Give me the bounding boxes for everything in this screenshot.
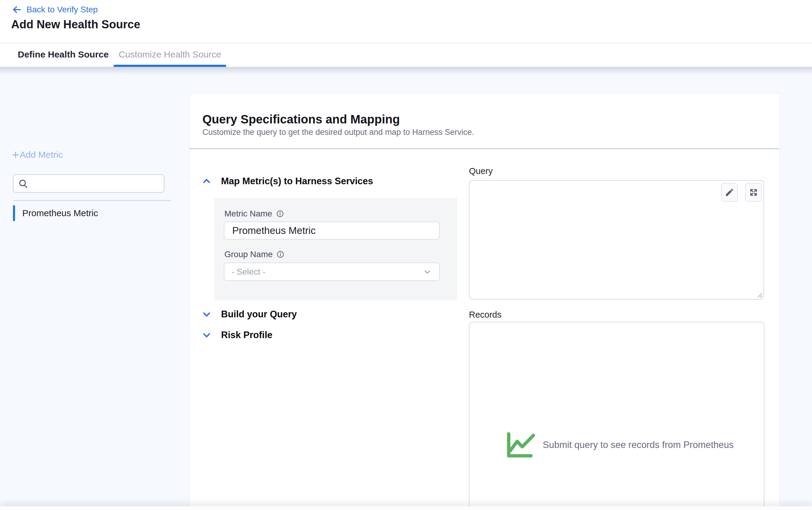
add-metric-label: Add Metric (20, 150, 63, 160)
back-link-label: Back to Verify Step (27, 5, 98, 14)
plus-icon: + (12, 149, 19, 160)
line-chart-icon (506, 432, 537, 458)
chevron-up-icon (202, 176, 211, 186)
add-metric-button[interactable]: + Add Metric (12, 149, 63, 160)
metric-name-label: Metric Name (224, 209, 284, 218)
query-textarea[interactable] (469, 180, 764, 300)
metric-name-label-text: Metric Name (224, 209, 272, 218)
metric-item-label: Prometheus Metric (22, 208, 98, 218)
section-title: Map Metric(s) to Harness Services (221, 176, 373, 187)
records-label: Records (469, 310, 501, 320)
query-label: Query (469, 166, 493, 176)
sidebar-divider (13, 200, 171, 201)
search-icon (18, 178, 29, 189)
select-placeholder: - Select - (232, 267, 265, 277)
fullscreen-expand-icon (749, 187, 758, 197)
pencil-icon (725, 187, 734, 197)
section-risk-profile[interactable]: Risk Profile (202, 330, 272, 340)
chevron-down-icon (202, 330, 211, 340)
chevron-down-icon (423, 267, 432, 276)
info-icon[interactable] (276, 210, 284, 218)
metric-name-input[interactable] (224, 221, 440, 240)
metrics-sidebar: + Add Metric Prometheus Metric (0, 67, 190, 510)
active-tab-underline (114, 65, 226, 67)
section-map-metrics-to-harness-services[interactable]: Map Metric(s) to Harness Services (202, 176, 373, 187)
group-name-label-text: Group Name (224, 249, 272, 259)
map-metric-form-panel: Metric Name Group Name - Select - (214, 198, 457, 300)
records-panel: Submit query to see records from Prometh… (469, 322, 764, 510)
page-title: Add New Health Source (11, 18, 140, 31)
back-to-verify-step-link[interactable]: Back to Verify Step (12, 4, 98, 15)
tab-bar: Define Health Source Customize Health So… (0, 43, 812, 67)
page-header: Back to Verify Step Add New Health Sourc… (0, 0, 812, 43)
card-title: Query Specifications and Mapping (202, 113, 400, 126)
section-build-your-query[interactable]: Build your Query (202, 309, 297, 320)
section-title: Risk Profile (221, 330, 272, 340)
card-header-divider (190, 148, 780, 149)
chevron-down-icon (202, 309, 211, 319)
edit-query-button[interactable] (721, 183, 738, 202)
arrow-left-icon (12, 5, 22, 14)
records-empty-message: Submit query to see records from Prometh… (543, 440, 734, 450)
section-title: Build your Query (221, 309, 297, 320)
textarea-resize-handle[interactable] (755, 290, 763, 298)
info-icon[interactable] (276, 250, 285, 259)
sidebar-item-prometheus-metric[interactable]: Prometheus Metric (13, 205, 98, 221)
footer-bar-edge (0, 506, 812, 510)
selected-indicator-bar (13, 205, 15, 221)
records-empty-state: Submit query to see records from Prometh… (506, 432, 734, 458)
query-specifications-card: Query Specifications and Mapping Customi… (190, 94, 780, 510)
group-name-select[interactable]: - Select - (224, 263, 440, 281)
search-input[interactable] (32, 179, 160, 189)
card-subtitle: Customize the query to get the desired o… (202, 128, 474, 137)
metric-search-box (13, 174, 165, 193)
tab-customize-health-source[interactable]: Customize Health Source (119, 43, 221, 65)
tab-define-health-source[interactable]: Define Health Source (18, 43, 109, 65)
group-name-label: Group Name (224, 249, 285, 259)
expand-query-button[interactable] (745, 183, 762, 202)
